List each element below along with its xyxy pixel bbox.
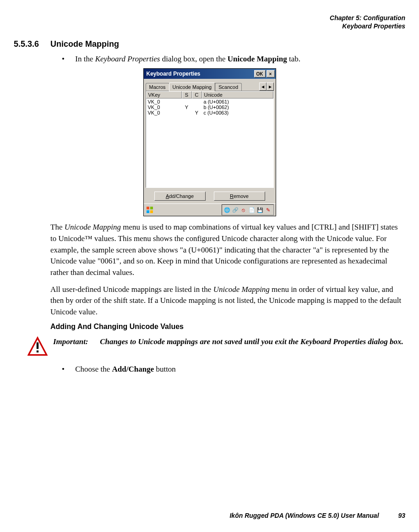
dialog-titlebar: Keyboard Properties OK × — [144, 69, 276, 79]
keyboard-properties-dialog: Keyboard Properties OK × Macros Unicode … — [143, 68, 276, 216]
header-vkey[interactable]: VKey — [146, 91, 182, 99]
svg-rect-3 — [150, 210, 153, 213]
footer-page-number: 93 — [398, 512, 405, 519]
svg-rect-2 — [147, 210, 149, 213]
tab-macros[interactable]: Macros — [146, 83, 169, 91]
bullet-marker: • — [62, 55, 73, 64]
svg-rect-5 — [37, 342, 38, 349]
close-button[interactable]: × — [267, 70, 275, 77]
section-heading: 5.5.3.6 Unicode Mapping — [14, 39, 405, 49]
bullet-choose-add: • Choose the Add/Change button — [62, 365, 405, 374]
page-header: Chapter 5: Configuration Keyboard Proper… — [14, 14, 405, 30]
bullet-open-tab: • In the Keyboard Properties dialog box,… — [62, 55, 405, 64]
list-rows: VK_0 a (U+0061) VK_0 Y b (U+0062) VK_0 — [146, 99, 273, 115]
tab-scroll-left[interactable]: ◀ — [259, 82, 267, 91]
paragraph-2: All user-defined Unicode mappings are li… — [50, 284, 405, 318]
tab-scroll-right[interactable]: ▶ — [267, 82, 274, 91]
tab-row: Macros Unicode Mapping Scancod ◀ ▶ — [146, 81, 274, 91]
tray-card-icon[interactable]: 💾 — [257, 207, 263, 213]
tray-doc-icon[interactable]: 📄 — [249, 207, 255, 213]
header-c[interactable]: C — [192, 91, 202, 99]
section-title: Unicode Mapping — [50, 39, 119, 49]
header-s[interactable]: S — [182, 91, 192, 99]
paragraph-1: The Unicode Mapping menu is used to map … — [50, 222, 405, 278]
page-footer: Ikôn Rugged PDA (Windows CE 5.0) User Ma… — [229, 512, 405, 519]
header-chapter: Chapter 5: Configuration — [14, 14, 405, 22]
dialog-button-row: Add/Change Remove — [146, 192, 274, 201]
footer-manual: Ikôn Rugged PDA (Windows CE 5.0) User Ma… — [229, 512, 379, 519]
system-tray: 🌐 🔗 ⦸ 📄 💾 ✎ — [222, 204, 274, 215]
list-row[interactable]: VK_0 Y c (U+0063) — [146, 110, 273, 115]
svg-rect-6 — [37, 350, 38, 352]
important-note: Important: Changes to Unicode mappings a… — [27, 336, 405, 356]
important-label: Important: — [53, 336, 98, 347]
taskbar: 🌐 🔗 ⦸ 📄 💾 ✎ — [144, 203, 276, 216]
list-row[interactable]: VK_0 Y b (U+0062) — [146, 104, 273, 110]
header-unicode[interactable]: Unicode — [202, 91, 273, 99]
dialog-title: Keyboard Properties — [147, 71, 253, 77]
important-text: Changes to Unicode mappings are not save… — [100, 337, 403, 346]
start-button[interactable] — [146, 206, 154, 214]
dialog-body: Macros Unicode Mapping Scancod ◀ ▶ VKey … — [144, 79, 276, 203]
tab-scancode[interactable]: Scancod — [215, 83, 242, 91]
svg-rect-0 — [147, 207, 149, 209]
subheading-adding-changing: Adding And Changing Unicode Values — [50, 323, 405, 331]
bullet-marker: • — [62, 365, 73, 374]
add-change-button[interactable]: Add/Change — [154, 192, 206, 201]
warning-icon — [27, 336, 50, 356]
list-header: VKey S C Unicode — [146, 91, 273, 99]
list-row[interactable]: VK_0 a (U+0061) — [146, 99, 273, 104]
tray-pen-icon[interactable]: ✎ — [265, 207, 272, 213]
section-number: 5.5.3.6 — [14, 39, 39, 49]
unicode-list: VKey S C Unicode VK_0 a (U+0061) VK_0 Y — [146, 91, 274, 188]
tray-network-icon[interactable]: 🔗 — [232, 207, 239, 213]
tray-stop-icon[interactable]: ⦸ — [240, 207, 247, 213]
remove-button[interactable]: Remove — [214, 192, 265, 201]
header-section: Keyboard Properties — [14, 22, 405, 30]
tray-globe-icon[interactable]: 🌐 — [224, 207, 230, 213]
svg-rect-1 — [150, 207, 153, 209]
tab-unicode-mapping[interactable]: Unicode Mapping — [169, 82, 216, 91]
ok-button[interactable]: OK — [254, 70, 266, 77]
